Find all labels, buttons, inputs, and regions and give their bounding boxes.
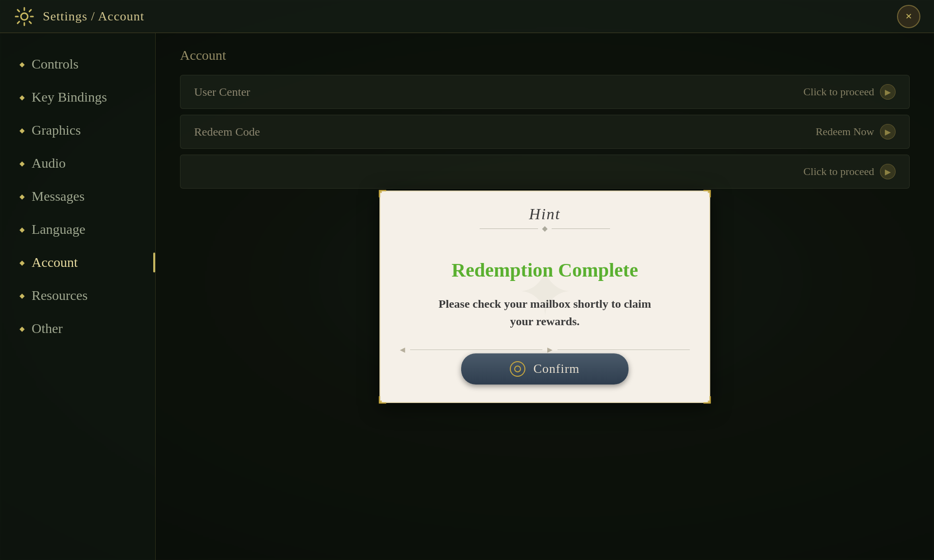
sidebar-item-language[interactable]: ◆ Language xyxy=(0,213,155,246)
confirm-button[interactable]: Confirm xyxy=(461,353,628,385)
hint-dialog: Hint ✦ Redemption Complete Please check … xyxy=(379,191,710,403)
confirm-button-icon xyxy=(510,361,525,377)
sidebar-item-messages[interactable]: ◆ Messages xyxy=(0,180,155,213)
footer-arrow-left: ◀ xyxy=(400,346,405,354)
dialog-header: Hint xyxy=(380,192,709,239)
footer-decoration: ◀ ▶ xyxy=(400,346,690,354)
svg-point-0 xyxy=(21,13,28,20)
sidebar-item-key-bindings[interactable]: ◆ Key Bindings xyxy=(0,81,155,114)
header-title: Settings / Account xyxy=(43,9,144,24)
bullet-icon: ◆ xyxy=(19,93,25,102)
sidebar-label-key-bindings: Key Bindings xyxy=(32,89,107,105)
sidebar-label-account: Account xyxy=(32,255,78,270)
decoration-line-left xyxy=(480,228,538,229)
bullet-icon: ◆ xyxy=(19,159,25,168)
bullet-icon: ◆ xyxy=(19,259,25,267)
main-content: ◆ Controls ◆ Key Bindings ◆ Graphics ◆ A… xyxy=(0,33,934,560)
sidebar-label-other: Other xyxy=(32,321,63,336)
sidebar-item-audio[interactable]: ◆ Audio xyxy=(0,147,155,180)
title-decoration xyxy=(400,227,690,231)
decoration-diamond xyxy=(542,226,547,231)
sidebar-item-account[interactable]: ◆ Account xyxy=(0,246,155,279)
header-left: Settings / Account xyxy=(14,6,144,27)
redemption-complete-text: Redemption Complete xyxy=(451,259,638,281)
bullet-icon: ◆ xyxy=(19,325,25,333)
sidebar-item-controls[interactable]: ◆ Controls xyxy=(0,48,155,81)
modal-overlay: Hint ✦ Redemption Complete Please check … xyxy=(156,33,934,560)
sidebar-label-language: Language xyxy=(32,222,85,237)
close-button[interactable]: × xyxy=(897,5,920,28)
sidebar-label-controls: Controls xyxy=(32,56,78,72)
confirm-button-icon-inner xyxy=(514,366,521,372)
bullet-icon: ◆ xyxy=(19,60,25,69)
footer-arrow-right: ▶ xyxy=(547,346,553,354)
sidebar-label-graphics: Graphics xyxy=(32,122,81,138)
sidebar-item-resources[interactable]: ◆ Resources xyxy=(0,279,155,312)
dialog-footer: ◀ ▶ Confirm xyxy=(380,346,709,402)
sidebar-label-audio: Audio xyxy=(32,156,66,171)
footer-line-right xyxy=(557,350,690,350)
sidebar-label-messages: Messages xyxy=(32,189,85,204)
dialog-title: Hint xyxy=(400,205,690,223)
bullet-icon: ◆ xyxy=(19,192,25,201)
gear-icon xyxy=(14,6,35,27)
bullet-icon: ◆ xyxy=(19,292,25,300)
right-panel: Account User Center Click to proceed ▶ R… xyxy=(156,33,934,560)
sidebar: ◆ Controls ◆ Key Bindings ◆ Graphics ◆ A… xyxy=(0,33,156,560)
decoration-line-right xyxy=(552,228,610,229)
sidebar-item-other[interactable]: ◆ Other xyxy=(0,312,155,345)
bullet-icon: ◆ xyxy=(19,226,25,234)
dialog-body: ✦ Redemption Complete Please check your … xyxy=(380,239,709,346)
confirm-button-label: Confirm xyxy=(533,362,579,376)
settings-header: Settings / Account × xyxy=(0,0,934,33)
sidebar-item-graphics[interactable]: ◆ Graphics xyxy=(0,114,155,147)
bullet-icon: ◆ xyxy=(19,126,25,135)
redemption-message-text: Please check your mailbox shortly to cla… xyxy=(428,295,662,330)
sidebar-label-resources: Resources xyxy=(32,288,88,303)
footer-line-left xyxy=(410,350,542,350)
